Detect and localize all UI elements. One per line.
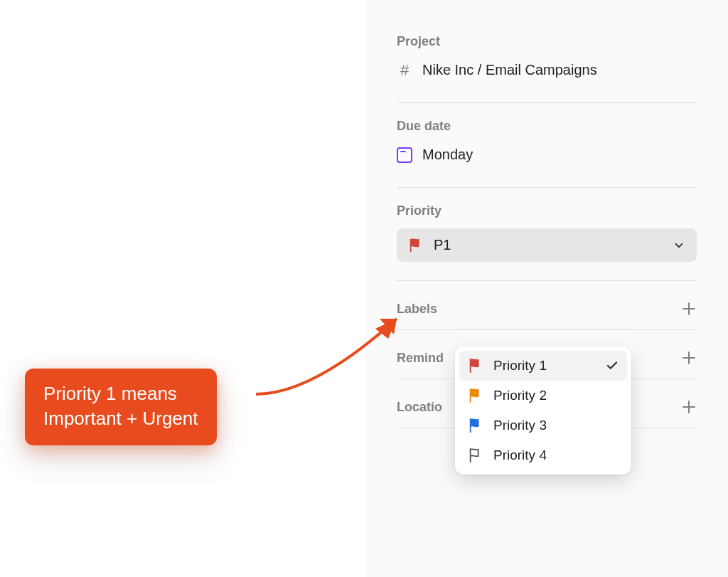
- due-date-value: Monday: [422, 147, 473, 163]
- priority-option-label: Priority 4: [493, 448, 547, 463]
- priority-dropdown: Priority 1Priority 2Priority 3Priority 4: [455, 346, 631, 475]
- priority-option-2[interactable]: Priority 2: [459, 381, 627, 411]
- priority-select[interactable]: P1: [397, 228, 697, 262]
- plus-icon: [681, 350, 697, 366]
- priority-section: Priority P1: [397, 203, 697, 268]
- priority-option-4[interactable]: Priority 4: [459, 440, 627, 470]
- check-icon: [606, 359, 619, 372]
- priority-selected-value: P1: [434, 237, 451, 253]
- annotation-callout: Priority 1 means Important + Urgent: [25, 369, 217, 445]
- flag-icon: [408, 238, 424, 253]
- divider: [397, 280, 697, 281]
- priority-option-label: Priority 2: [493, 388, 547, 403]
- chevron-down-icon: [673, 239, 685, 252]
- priority-option-1[interactable]: Priority 1: [459, 351, 627, 381]
- project-value: Nike Inc / Email Campaigns: [422, 62, 597, 78]
- project-value-row[interactable]: # Nike Inc / Email Campaigns: [397, 59, 697, 81]
- task-detail-panel: Project # Nike Inc / Email Campaigns Due…: [365, 0, 728, 577]
- plus-icon: [681, 301, 697, 317]
- due-date-value-row[interactable]: Monday: [397, 144, 697, 166]
- divider: [397, 329, 697, 330]
- priority-section-label: Priority: [397, 203, 697, 218]
- flag-icon: [468, 448, 483, 463]
- plus-icon: [681, 399, 697, 415]
- flag-icon: [468, 358, 483, 374]
- priority-option-label: Priority 1: [493, 358, 547, 374]
- location-label: Locatio: [397, 400, 442, 415]
- divider: [397, 102, 697, 103]
- flag-icon: [468, 388, 483, 403]
- labels-label: Labels: [397, 302, 437, 317]
- due-date-section-label: Due date: [397, 119, 697, 134]
- labels-row[interactable]: Labels: [397, 297, 697, 329]
- hash-icon: #: [397, 63, 412, 78]
- divider: [397, 187, 697, 188]
- due-date-section: Due date Monday: [397, 119, 697, 180]
- priority-option-3[interactable]: Priority 3: [459, 411, 627, 440]
- priority-option-label: Priority 3: [493, 418, 547, 433]
- project-section-label: Project: [397, 34, 697, 49]
- calendar-icon: [397, 147, 412, 163]
- flag-icon: [468, 418, 483, 433]
- project-section: Project # Nike Inc / Email Campaigns: [397, 34, 697, 95]
- reminders-label: Remind: [397, 351, 444, 366]
